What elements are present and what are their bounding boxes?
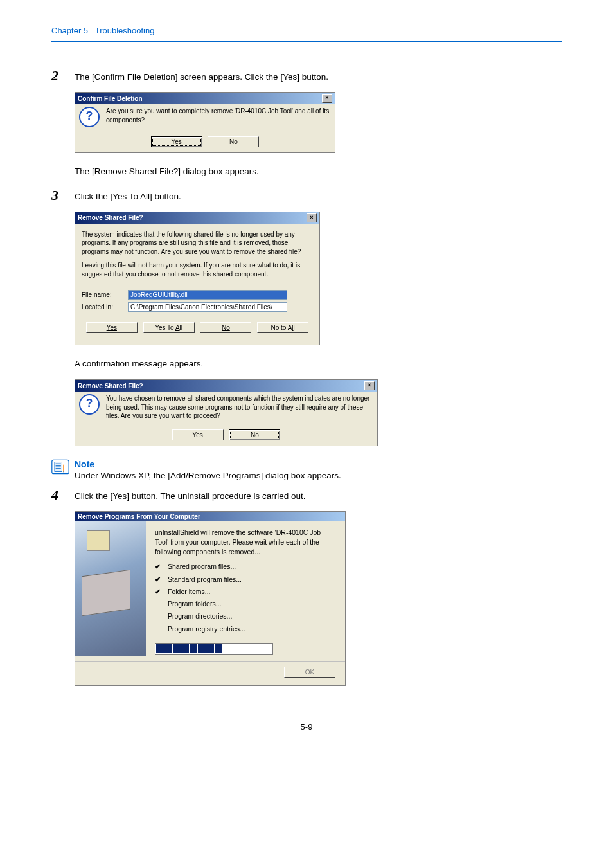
- step-text: Click the [Yes To All] button.: [75, 187, 181, 203]
- step-4: 4 Click the [Yes] button. The uninstall …: [51, 487, 562, 503]
- step2-after-text: The [Remove Shared File?] dialog box app…: [75, 166, 562, 178]
- list-item: ✔Folder items...: [155, 586, 336, 598]
- dialog-title: Remove Shared File?: [78, 214, 143, 221]
- yes-button[interactable]: Yes: [151, 136, 202, 147]
- step-number: 2: [51, 68, 75, 84]
- yes-button[interactable]: Yes: [86, 322, 138, 333]
- note-block: Note Under Windows XP, the [Add/Remove P…: [51, 459, 562, 480]
- shared-para-1: The system indicates that the following …: [82, 230, 313, 257]
- dialog-confirm-file-deletion: Confirm File Deletion × ? Are you sure y…: [75, 92, 335, 153]
- file-name-label: File name:: [82, 291, 128, 298]
- close-icon[interactable]: ×: [306, 213, 317, 222]
- located-in-input[interactable]: C:\Program Files\Canon Electronics\Share…: [128, 302, 287, 312]
- check-icon: ✔: [155, 562, 161, 572]
- list-item: Program directories...: [155, 610, 336, 622]
- page-number: 5-9: [51, 722, 562, 732]
- step-3: 3 Click the [Yes To All] button.: [51, 187, 562, 204]
- note-heading: Note: [75, 459, 341, 469]
- yes-to-all-button[interactable]: Yes To All: [143, 322, 195, 333]
- list-item: ✔Shared program files...: [155, 561, 336, 573]
- question-icon: ?: [79, 107, 100, 127]
- shared-para-2: Leaving this file will not harm your sys…: [82, 261, 313, 278]
- check-icon: ✔: [155, 587, 161, 597]
- step-text: Click the [Yes] button. The uninstall pr…: [75, 487, 305, 503]
- step-text: The [Confirm File Deletion] screen appea…: [75, 68, 328, 84]
- yes-button[interactable]: Yes: [172, 429, 224, 440]
- dialog-message: You have chosen to remove all shared com…: [106, 394, 373, 420]
- dialog-remove-shared-confirm: Remove Shared File? × ? You have chosen …: [75, 379, 378, 446]
- chapter-title: Troubleshooting: [95, 26, 155, 35]
- close-icon[interactable]: ×: [322, 94, 332, 103]
- remove-item-list: ✔Shared program files... ✔Standard progr…: [155, 557, 336, 635]
- file-name-input[interactable]: JobRegGUIUtility.dll: [128, 290, 287, 300]
- ok-button[interactable]: OK: [284, 667, 335, 678]
- running-header: Chapter 5 Troubleshooting: [51, 26, 562, 42]
- note-icon: [51, 459, 69, 475]
- located-in-row: Located in: C:\Program Files\Canon Elect…: [82, 302, 313, 312]
- close-icon[interactable]: ×: [364, 381, 375, 390]
- titlebar: Remove Shared File? ×: [75, 380, 377, 392]
- titlebar: Remove Shared File? ×: [75, 212, 319, 224]
- file-name-row: File name: JobRegGUIUtility.dll: [82, 290, 313, 300]
- note-text: Under Windows XP, the [Add/Remove Progra…: [75, 471, 341, 480]
- step3-after-text: A confirmation message appears.: [75, 358, 562, 370]
- titlebar: Remove Programs From Your Computer: [75, 512, 345, 521]
- titlebar: Confirm File Deletion ×: [75, 93, 335, 104]
- dialog-title: Remove Programs From Your Computer: [78, 513, 200, 520]
- list-item: Program folders...: [155, 598, 336, 610]
- no-button[interactable]: No: [208, 136, 259, 147]
- step-number: 4: [51, 487, 75, 503]
- dialog-remove-programs: Remove Programs From Your Computer unIns…: [75, 511, 346, 686]
- check-icon: ✔: [155, 575, 161, 584]
- question-icon: ?: [79, 394, 100, 415]
- step-number: 3: [51, 187, 75, 204]
- progress-bar: [155, 643, 273, 655]
- dialog-title: Confirm File Deletion: [78, 95, 143, 102]
- list-item: Program registry entries...: [155, 623, 336, 635]
- dialog-message: Are you sure you want to completely remo…: [106, 107, 331, 124]
- no-button[interactable]: No: [200, 322, 251, 333]
- step-2: 2 The [Confirm File Deletion] screen app…: [51, 68, 562, 84]
- chapter-label: Chapter 5: [51, 26, 88, 35]
- list-item: ✔Standard program files...: [155, 574, 336, 586]
- dialog-title: Remove Shared File?: [78, 383, 143, 390]
- no-button[interactable]: No: [229, 429, 280, 440]
- wizard-graphic: [75, 521, 146, 656]
- svg-rect-6: [63, 464, 64, 471]
- dialog-remove-shared-file: Remove Shared File? × The system indicat…: [75, 212, 320, 346]
- remove-lead-text: unInstallShield will remove the software…: [155, 528, 336, 557]
- no-to-all-button[interactable]: No to All: [257, 322, 308, 333]
- located-in-label: Located in:: [82, 303, 128, 311]
